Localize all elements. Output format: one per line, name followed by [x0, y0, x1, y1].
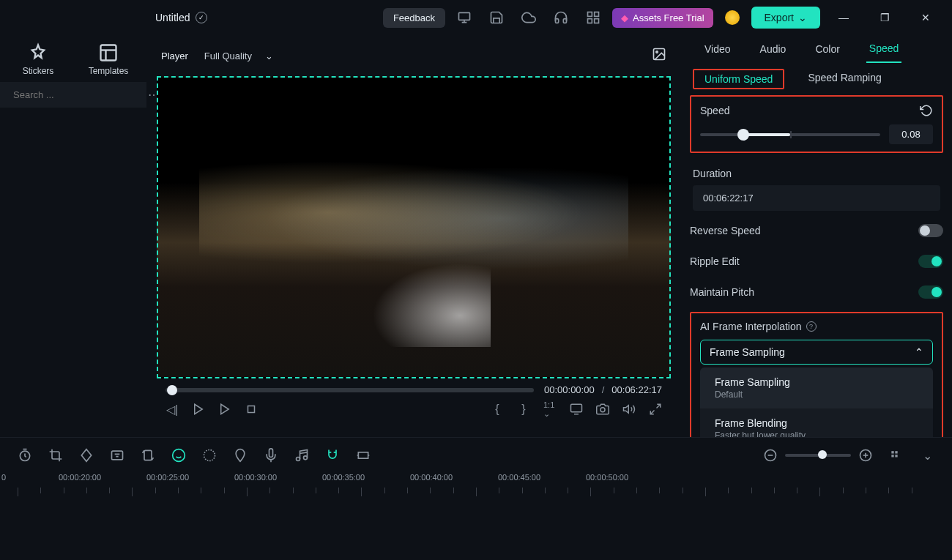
zoom-handle[interactable]: [818, 450, 827, 459]
tab-audio[interactable]: Audio: [757, 36, 789, 62]
subtab-speed-ramping[interactable]: Speed Ramping: [802, 69, 887, 89]
crop-icon[interactable]: [48, 448, 63, 463]
speed-slider-handle[interactable]: [737, 129, 749, 141]
audio-track-icon[interactable]: [294, 448, 309, 463]
svg-rect-38: [895, 455, 897, 457]
assets-trial-button[interactable]: ◆ Assets Free Trial: [612, 8, 713, 28]
scrub-track[interactable]: [166, 388, 534, 392]
speed-slider[interactable]: [700, 133, 880, 136]
mark-out-icon[interactable]: }: [517, 403, 530, 416]
option-title: Frame Sampling: [715, 376, 918, 388]
zoom-in-icon[interactable]: [858, 448, 873, 463]
info-icon[interactable]: ?: [806, 321, 817, 332]
display-icon[interactable]: [570, 403, 583, 416]
headphones-icon[interactable]: [554, 10, 568, 25]
snapshot-icon[interactable]: [652, 47, 666, 64]
monitor-icon[interactable]: [457, 10, 472, 25]
close-button[interactable]: ✕: [918, 10, 933, 25]
svg-rect-15: [248, 406, 255, 413]
svg-point-25: [173, 449, 185, 462]
mark-in-icon[interactable]: {: [491, 403, 504, 416]
export-button[interactable]: Export ⌄: [751, 7, 820, 29]
ruler-tick: 00:00:45:00: [498, 473, 540, 482]
next-icon[interactable]: [218, 403, 231, 416]
maximize-button[interactable]: ❐: [877, 10, 892, 25]
scrub-handle[interactable]: [167, 385, 177, 395]
speed-value[interactable]: 0.08: [889, 124, 933, 144]
timer-icon[interactable]: [18, 448, 32, 463]
maintain-pitch-label: Maintain Pitch: [690, 286, 754, 298]
duration-value[interactable]: 00:06:22:17: [693, 185, 940, 211]
feedback-button[interactable]: Feedback: [383, 8, 445, 28]
minimize-button[interactable]: —: [836, 10, 851, 25]
keyframe-icon[interactable]: [79, 448, 94, 463]
svg-rect-36: [895, 451, 897, 453]
camera-icon[interactable]: [596, 403, 609, 416]
resize-icon[interactable]: [356, 448, 371, 463]
ruler-tick: 00:00:30:00: [234, 473, 277, 482]
reverse-speed-toggle[interactable]: [918, 224, 943, 237]
stickers-tab[interactable]: Stickers: [6, 42, 70, 76]
marker-icon[interactable]: [233, 448, 248, 463]
search-input[interactable]: [13, 89, 136, 100]
total-time: 00:06:22:17: [611, 384, 662, 395]
ripple-edit-toggle[interactable]: [918, 255, 943, 268]
reset-icon[interactable]: [920, 104, 933, 117]
timeline-ruler[interactable]: 0 00:00:20:00 00:00:25:00 00:00:30:00 00…: [0, 473, 952, 499]
svg-line-21: [650, 411, 654, 414]
zoom-out-icon[interactable]: [763, 448, 778, 463]
play-icon[interactable]: [192, 403, 205, 416]
project-title-group: Untitled ✓: [155, 12, 207, 23]
mic-icon[interactable]: [264, 448, 278, 463]
svg-point-12: [656, 51, 658, 53]
zoom-slider[interactable]: [785, 454, 851, 457]
magnet-icon[interactable]: [325, 448, 340, 463]
stop-icon[interactable]: [245, 403, 258, 416]
templates-tab[interactable]: Templates: [76, 42, 141, 76]
ripple-edit-label: Ripple Edit: [690, 255, 740, 267]
svg-rect-4: [595, 19, 599, 23]
ratio-icon[interactable]: 1:1 ⌄: [543, 403, 557, 416]
titlebar: Untitled ✓ Feedback ◆ Assets Free Trial …: [0, 0, 952, 35]
subtab-uniform-speed[interactable]: Uniform Speed: [693, 69, 784, 89]
svg-rect-24: [144, 450, 152, 460]
quality-select[interactable]: Full Quality ⌄: [197, 46, 280, 66]
tab-video[interactable]: Video: [702, 36, 734, 62]
player-label: Player: [161, 51, 188, 61]
project-name: Untitled: [155, 12, 190, 23]
option-frame-sampling[interactable]: Frame Sampling Default: [700, 367, 933, 408]
preview-canvas[interactable]: [157, 76, 671, 378]
export-label: Export: [765, 12, 794, 23]
svg-point-27: [297, 458, 300, 461]
reverse-speed-label: Reverse Speed: [690, 225, 761, 236]
prev-frame-icon[interactable]: ◁|: [166, 403, 179, 416]
save-icon[interactable]: [489, 10, 504, 25]
fullscreen-icon[interactable]: [649, 403, 662, 416]
svg-rect-16: [571, 404, 582, 412]
tab-speed[interactable]: Speed: [866, 35, 901, 63]
maintain-pitch-toggle[interactable]: [918, 285, 943, 299]
preview-panel: Player Full Quality ⌄ 00:00:00:00 / 00:0…: [146, 35, 681, 437]
rotate-icon[interactable]: [141, 448, 155, 463]
svg-marker-13: [195, 404, 203, 414]
face-icon[interactable]: [171, 448, 186, 463]
play-controls: 00:00:00:00 / 00:06:22:17 ◁| { } 1:1 ⌄: [152, 378, 675, 437]
ruler-tick: 0: [1, 473, 6, 482]
svg-rect-1: [588, 12, 592, 17]
svg-point-18: [600, 408, 605, 412]
grid-icon[interactable]: [586, 10, 600, 25]
chevron-down-icon[interactable]: ⌄: [920, 448, 934, 463]
templates-icon: [98, 42, 119, 63]
volume-icon[interactable]: [622, 403, 636, 416]
text-frame-icon[interactable]: [110, 448, 124, 463]
chevron-down-icon: ⌄: [798, 12, 807, 23]
saved-check-icon: ✓: [196, 12, 207, 23]
svg-rect-23: [112, 451, 123, 460]
coin-icon[interactable]: [725, 10, 740, 25]
cloud-icon[interactable]: [521, 10, 536, 25]
track-view-icon[interactable]: [889, 448, 904, 463]
chevron-up-icon: ⌃: [915, 346, 923, 358]
tab-color[interactable]: Color: [812, 36, 842, 62]
color-wheel-icon[interactable]: [202, 448, 217, 463]
ai-interpolation-select[interactable]: Frame Sampling ⌃: [700, 340, 933, 365]
